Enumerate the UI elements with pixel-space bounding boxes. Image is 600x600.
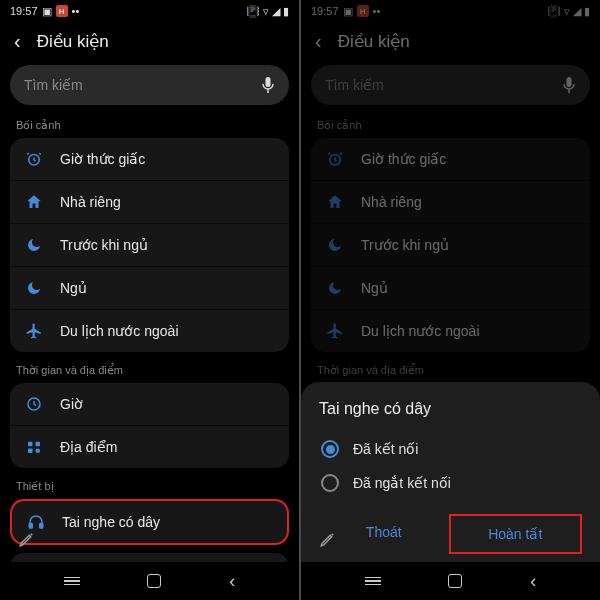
mic-icon[interactable] — [562, 76, 576, 94]
item-label: Giờ — [60, 396, 83, 412]
moon-icon — [325, 235, 345, 255]
item-place[interactable]: Địa điểm — [10, 425, 289, 468]
moon-icon — [325, 278, 345, 298]
svg-rect-4 — [36, 442, 41, 447]
item-time[interactable]: Giờ — [10, 383, 289, 425]
nav-recent[interactable] — [365, 577, 381, 586]
group-device-rest: Trạng thái sạc Mức pin — [10, 553, 289, 562]
item-label: Tai nghe có dây — [62, 514, 160, 530]
section-device-label: Thiết bị — [10, 476, 289, 499]
svg-rect-3 — [28, 442, 33, 447]
edit-fab[interactable] — [313, 524, 343, 554]
group-context: Giờ thức giấc Nhà riêng Trước khi ngủ Ng… — [311, 138, 590, 352]
item-label: Du lịch nước ngoài — [60, 323, 179, 339]
nav-home[interactable] — [448, 574, 462, 588]
vibrate-icon: 📳 — [246, 5, 260, 18]
page-title: Điều kiện — [37, 31, 109, 52]
sheet-title: Tai nghe có dây — [319, 400, 582, 418]
place-icon — [24, 437, 44, 457]
battery-icon: ▮ — [283, 5, 289, 18]
item-headphone[interactable]: Tai nghe có dây — [12, 501, 287, 543]
radio-disconnected[interactable]: Đã ngắt kết nối — [319, 466, 582, 500]
item-home[interactable]: Nhà riêng — [10, 180, 289, 223]
item-charging[interactable]: Trạng thái sạc — [10, 553, 289, 562]
signal-icon: ◢ — [573, 5, 581, 18]
item-label: Du lịch nước ngoài — [361, 323, 480, 339]
item-label: Địa điểm — [60, 439, 117, 455]
search-placeholder: Tìm kiếm — [24, 77, 83, 93]
moon-icon — [24, 235, 44, 255]
airplane-icon — [24, 321, 44, 341]
section-timeplace-label: Thời gian và địa điểm — [311, 360, 590, 383]
back-icon[interactable]: ‹ — [14, 30, 21, 53]
item-wakeup[interactable]: Giờ thức giấc — [10, 138, 289, 180]
radio-connected[interactable]: Đã kết nối — [319, 432, 582, 466]
notif-icon: ▣ — [42, 5, 52, 18]
item-sleep[interactable]: Ngủ — [311, 266, 590, 309]
nav-recent[interactable] — [64, 577, 80, 586]
radio-label: Đã ngắt kết nối — [353, 475, 451, 491]
notif-badge: H — [56, 5, 68, 17]
item-label: Giờ thức giấc — [361, 151, 446, 167]
wifi-icon: ▿ — [564, 5, 570, 18]
notif-dots: •• — [373, 5, 381, 17]
item-travel[interactable]: Du lịch nước ngoài — [311, 309, 590, 352]
wifi-icon: ▿ — [263, 5, 269, 18]
item-label: Trước khi ngủ — [361, 237, 449, 253]
notif-badge: H — [357, 5, 369, 17]
item-wakeup[interactable]: Giờ thức giấc — [311, 138, 590, 180]
group-context: Giờ thức giấc Nhà riêng Trước khi ngủ Ng… — [10, 138, 289, 352]
status-bar: 19:57 ▣ H •• 📳 ▿ ◢ ▮ — [301, 0, 600, 22]
home-icon — [325, 192, 345, 212]
section-context-label: Bối cảnh — [10, 115, 289, 138]
radio-icon — [321, 440, 339, 458]
search-placeholder: Tìm kiếm — [325, 77, 384, 93]
notif-icon: ▣ — [343, 5, 353, 18]
home-icon — [24, 192, 44, 212]
nav-bar: ‹ — [0, 562, 299, 600]
signal-icon: ◢ — [272, 5, 280, 18]
nav-home[interactable] — [147, 574, 161, 588]
item-home[interactable]: Nhà riêng — [311, 180, 590, 223]
clock-icon — [24, 394, 44, 414]
phone-left: 19:57 ▣ H •• 📳 ▿ ◢ ▮ ‹ Điều kiện Tìm kiế… — [0, 0, 299, 600]
svg-rect-12 — [567, 77, 572, 87]
notif-dots: •• — [72, 5, 80, 17]
item-travel[interactable]: Du lịch nước ngoài — [10, 309, 289, 352]
svg-rect-5 — [28, 449, 33, 454]
search-input[interactable]: Tìm kiếm — [311, 65, 590, 105]
item-label: Trước khi ngủ — [60, 237, 148, 253]
item-beforesleep[interactable]: Trước khi ngủ — [10, 223, 289, 266]
content: Bối cảnh Giờ thức giấc Nhà riêng Trước k… — [0, 115, 299, 562]
alarm-icon — [325, 149, 345, 169]
group-timeplace: Giờ Địa điểm — [10, 383, 289, 468]
status-time: 19:57 — [10, 5, 38, 17]
page-title: Điều kiện — [338, 31, 410, 52]
sheet-actions: Thoát Hoàn tất — [319, 514, 582, 554]
mic-icon[interactable] — [261, 76, 275, 94]
done-button[interactable]: Hoàn tất — [449, 514, 583, 554]
item-label: Ngủ — [60, 280, 87, 296]
header: ‹ Điều kiện — [301, 22, 600, 61]
radio-icon — [321, 474, 339, 492]
bottom-sheet: Tai nghe có dây Đã kết nối Đã ngắt kết n… — [301, 382, 600, 562]
item-beforesleep[interactable]: Trước khi ngủ — [311, 223, 590, 266]
back-icon[interactable]: ‹ — [315, 30, 322, 53]
section-timeplace-label: Thời gian và địa điểm — [10, 360, 289, 383]
search-input[interactable]: Tìm kiếm — [10, 65, 289, 105]
moon-icon — [24, 278, 44, 298]
nav-back[interactable]: ‹ — [229, 571, 235, 592]
item-sleep[interactable]: Ngủ — [10, 266, 289, 309]
svg-rect-0 — [266, 77, 271, 87]
edit-fab[interactable] — [12, 524, 42, 554]
airplane-icon — [325, 321, 345, 341]
section-context-label: Bối cảnh — [311, 115, 590, 138]
alarm-icon — [24, 149, 44, 169]
battery-icon: ▮ — [584, 5, 590, 18]
svg-point-6 — [36, 449, 41, 454]
status-bar: 19:57 ▣ H •• 📳 ▿ ◢ ▮ — [0, 0, 299, 22]
header: ‹ Điều kiện — [0, 22, 299, 61]
nav-back[interactable]: ‹ — [530, 571, 536, 592]
item-label: Ngủ — [361, 280, 388, 296]
nav-bar: ‹ — [301, 562, 600, 600]
